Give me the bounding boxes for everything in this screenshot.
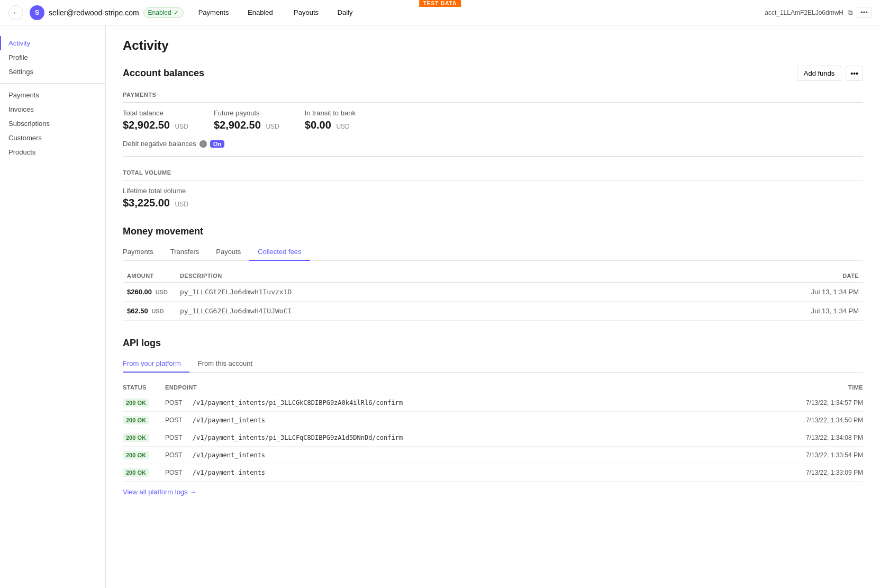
total-balance-currency: USD	[175, 123, 188, 130]
section-divider	[123, 156, 863, 157]
future-payouts-value: $2,902.50 USD	[214, 119, 279, 131]
amount-value: $260.00	[127, 288, 152, 296]
status-badge: 200 OK	[123, 416, 149, 424]
money-movement-section: Money movement Payments Transfers Payout…	[123, 226, 863, 321]
enabled-label: Enabled	[148, 9, 171, 16]
log-time: 7/13/22, 1:33:54 PM	[728, 447, 863, 464]
row-amount: $62.50 USD	[123, 302, 176, 321]
status-badge: 200 OK	[123, 451, 149, 459]
log-status: 200 OK	[123, 447, 165, 464]
tab-payments[interactable]: Payments	[123, 243, 162, 261]
endpoint-method: POST	[165, 417, 182, 424]
future-payouts-item: Future payouts $2,902.50 USD	[214, 109, 279, 131]
row-description: py_1LLCGt2ELJo6dmwH1Iuvzx1D	[176, 283, 644, 302]
api-log-row[interactable]: 200 OK POST /v1/payment_intents 7/13/22,…	[123, 464, 863, 482]
row-date: Jul 13, 1:34 PM	[644, 302, 863, 321]
endpoint-path: /v1/payment_intents	[193, 451, 265, 459]
topbar-right: acct_1LLAmF2ELJo6dmwH ⧉ •••	[765, 7, 872, 18]
account-id: acct_1LLAmF2ELJo6dmwH	[765, 9, 843, 16]
row-date: Jul 13, 1:34 PM	[644, 283, 863, 302]
money-movement-table-header: Amount Description Date	[123, 269, 863, 283]
copy-icon[interactable]: ⧉	[848, 8, 852, 17]
main-content: Activity Account balances Add funds ••• …	[106, 25, 880, 588]
info-icon[interactable]: i	[199, 140, 207, 148]
sidebar-item-activity[interactable]: Activity	[0, 36, 105, 50]
page-title: Activity	[123, 38, 863, 53]
avatar: S	[30, 5, 44, 20]
log-endpoint: POST /v1/payment_intents	[165, 464, 728, 482]
view-all-label: View all platform logs	[123, 488, 188, 496]
view-all-platform-logs-link[interactable]: View all platform logs →	[123, 488, 197, 496]
tab-payouts[interactable]: Payouts	[207, 243, 249, 261]
sidebar-item-payments[interactable]: Payments	[0, 88, 105, 102]
future-payouts-currency: USD	[266, 123, 279, 130]
tab-collected-fees[interactable]: Collected fees	[249, 243, 310, 261]
log-time: 7/13/22, 1:34:57 PM	[728, 394, 863, 412]
log-time: 7/13/22, 1:34:08 PM	[728, 429, 863, 447]
tab-from-platform[interactable]: From your platform	[123, 355, 189, 373]
sidebar-item-invoices[interactable]: Invoices	[0, 102, 105, 116]
in-transit-currency: USD	[336, 123, 349, 130]
date-header: Date	[644, 269, 863, 283]
api-log-row[interactable]: 200 OK POST /v1/payment_intents 7/13/22,…	[123, 447, 863, 464]
sidebar-item-subscriptions[interactable]: Subscriptions	[0, 116, 105, 131]
status-badge: 200 OK	[123, 433, 149, 442]
api-log-row[interactable]: 200 OK POST /v1/payment_intents/pi_3LLCG…	[123, 394, 863, 412]
future-payouts-amount: $2,902.50	[214, 119, 261, 131]
endpoint-path: /v1/payment_intents	[193, 417, 265, 424]
debit-label: Debit negative balances	[123, 140, 196, 148]
total-volume-label: TOTAL VOLUME	[123, 165, 863, 180]
sidebar-item-settings[interactable]: Settings	[0, 65, 105, 79]
api-logs-tabs: From your platform From this account	[123, 355, 863, 373]
sidebar-item-profile[interactable]: Profile	[0, 50, 105, 65]
tab-from-account[interactable]: From this account	[189, 355, 261, 373]
status-header: Status	[123, 381, 165, 394]
endpoint-header: Endpoint	[165, 381, 728, 394]
check-icon: ✓	[174, 9, 179, 16]
payments-section-label: PAYMENTS	[123, 87, 863, 103]
tab-transfers[interactable]: Transfers	[162, 243, 207, 261]
api-logs-title: API logs	[123, 338, 863, 349]
log-endpoint: POST /v1/payment_intents/pi_3LLCGkC8DIBP…	[165, 394, 728, 412]
add-funds-button[interactable]: Add funds	[797, 66, 842, 81]
time-header: Time	[728, 381, 863, 394]
topbar: ← S seller@redwood-stripe.com Enabled ✓ …	[0, 0, 880, 25]
amount-value: $62.50	[127, 307, 148, 315]
total-balance-label: Total balance	[123, 109, 188, 117]
api-log-row[interactable]: 200 OK POST /v1/payment_intents/pi_3LLCF…	[123, 429, 863, 447]
view-all-arrow-icon: →	[190, 488, 197, 496]
sidebar-section-2: Payments Invoices Subscriptions Customer…	[0, 88, 105, 159]
log-endpoint: POST /v1/payment_intents	[165, 447, 728, 464]
more-options-button[interactable]: •••	[857, 7, 872, 18]
money-movement-title: Money movement	[123, 226, 863, 237]
money-movement-row[interactable]: $62.50 USD py_1LLCG62ELJo6dmwH4IUJWoCI J…	[123, 302, 863, 321]
on-badge: On	[210, 140, 224, 148]
api-logs-section: API logs From your platform From this ac…	[123, 338, 863, 496]
in-transit-value: $0.00 USD	[305, 119, 356, 131]
lifetime-label: Lifetime total volume	[123, 187, 863, 195]
api-log-row[interactable]: 200 OK POST /v1/payment_intents 7/13/22,…	[123, 412, 863, 429]
endpoint-path: /v1/payment_intents/pi_3LLCFqC8DIBPG9zA1…	[193, 434, 403, 441]
in-transit-amount: $0.00	[305, 119, 331, 131]
lifetime-currency: USD	[175, 201, 188, 208]
sidebar-item-products[interactable]: Products	[0, 145, 105, 159]
sidebar-divider	[0, 83, 105, 84]
endpoint-method: POST	[165, 399, 182, 406]
total-balance-amount: $2,902.50	[123, 119, 170, 131]
sidebar-item-customers[interactable]: Customers	[0, 131, 105, 145]
account-balances-more-button[interactable]: •••	[846, 66, 863, 81]
log-time: 7/13/22, 1:34:50 PM	[728, 412, 863, 429]
payouts-label: Payouts	[294, 8, 319, 16]
row-description: py_1LLCG62ELJo6dmwH4IUJWoCI	[176, 302, 644, 321]
status-badge: 200 OK	[123, 399, 149, 407]
account-balances-title: Account balances	[123, 68, 204, 79]
money-movement-tabs: Payments Transfers Payouts Collected fee…	[123, 243, 863, 261]
log-time: 7/13/22, 1:33:09 PM	[728, 464, 863, 482]
topbar-payments-info: Payments Enabled Payouts Daily	[198, 8, 353, 16]
money-movement-table: Amount Description Date $260.00 USD py_1…	[123, 269, 863, 321]
test-data-badge: TEST DATA	[419, 0, 461, 7]
back-button[interactable]: ←	[8, 5, 23, 20]
money-movement-row[interactable]: $260.00 USD py_1LLCGt2ELJo6dmwH1Iuvzx1D …	[123, 283, 863, 302]
account-info: S seller@redwood-stripe.com Enabled ✓	[30, 5, 184, 20]
endpoint-path: /v1/payment_intents/pi_3LLCGkC8DIBPG9zA0…	[193, 399, 403, 406]
